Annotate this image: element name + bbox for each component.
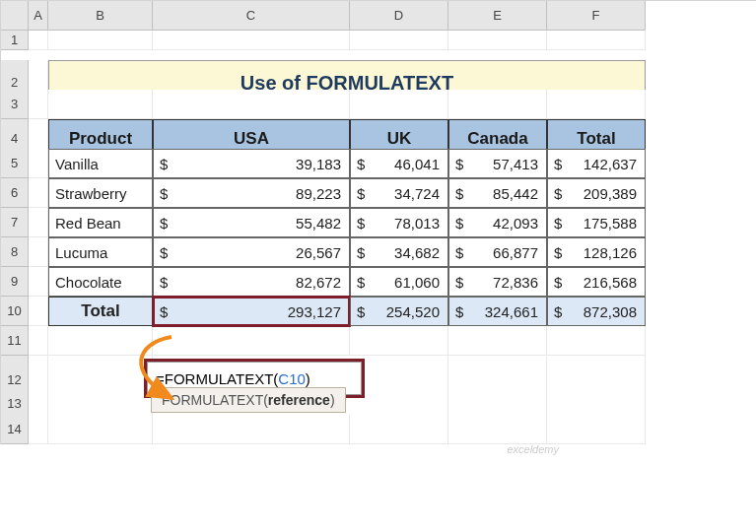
cell-r14-c3[interactable] xyxy=(350,415,448,444)
totals-label: Total xyxy=(48,297,153,326)
cell-usa-5[interactable]: $39,183 xyxy=(153,149,350,178)
cell-canada-7[interactable]: $42,093 xyxy=(448,208,547,237)
cell-A7[interactable] xyxy=(29,208,48,237)
col-header-B[interactable]: B xyxy=(48,1,153,31)
cell-r14-c5[interactable] xyxy=(547,415,646,444)
cell-total-6[interactable]: $209,389 xyxy=(547,178,646,208)
cell-r1-c5[interactable] xyxy=(547,31,646,50)
col-header-A[interactable]: A xyxy=(29,1,48,31)
cell-uk-6[interactable]: $34,724 xyxy=(350,178,448,208)
cell-A8[interactable] xyxy=(29,237,48,267)
cell-total-5[interactable]: $142,637 xyxy=(547,149,646,178)
product-name[interactable]: Lucuma xyxy=(48,237,153,267)
cell-r11-c2[interactable] xyxy=(153,326,350,356)
col-header-C[interactable]: C xyxy=(153,1,350,31)
cell-r3-c0[interactable] xyxy=(29,90,48,119)
cell-usa-8[interactable]: $26,567 xyxy=(153,237,350,267)
total-uk[interactable]: $254,520 xyxy=(350,297,448,326)
row-header-5[interactable]: 5 xyxy=(1,149,29,178)
cell-r11-c5[interactable] xyxy=(547,326,646,356)
row-header-6[interactable]: 6 xyxy=(1,178,29,208)
cell-r1-c3[interactable] xyxy=(350,31,448,50)
total-usa[interactable]: $293,127 xyxy=(153,297,350,326)
tooltip-wrap: FORMULATEXT(reference) xyxy=(153,385,350,423)
cell-canada-6[interactable]: $85,442 xyxy=(448,178,547,208)
cell-r3-c1[interactable] xyxy=(48,90,153,119)
cell-total-9[interactable]: $216,568 xyxy=(547,267,646,297)
cell-canada-9[interactable]: $72,836 xyxy=(448,267,547,297)
row-header-9[interactable]: 9 xyxy=(1,267,29,297)
cell-r3-c4[interactable] xyxy=(448,90,547,119)
row-header-10[interactable]: 10 xyxy=(1,297,29,326)
total-canada[interactable]: $324,661 xyxy=(448,297,547,326)
cell-A6[interactable] xyxy=(29,178,48,208)
cell-r14-c4[interactable] xyxy=(448,415,547,444)
product-name[interactable]: Red Bean xyxy=(48,208,153,237)
cell-r3-c3[interactable] xyxy=(350,90,448,119)
col-header-F[interactable]: F xyxy=(547,1,646,31)
cell-r1-c4[interactable] xyxy=(448,31,547,50)
cell-canada-8[interactable]: $66,877 xyxy=(448,237,547,267)
cell-r11-c4[interactable] xyxy=(448,326,547,356)
cell-r11-c3[interactable] xyxy=(350,326,448,356)
row-header-7[interactable]: 7 xyxy=(1,208,29,237)
cell-canada-5[interactable]: $57,413 xyxy=(448,149,547,178)
select-all[interactable] xyxy=(1,1,29,31)
col-header-D[interactable]: D xyxy=(350,1,448,31)
cell-r14-c0[interactable] xyxy=(29,415,48,444)
cell-total-7[interactable]: $175,588 xyxy=(547,208,646,237)
cell-A9[interactable] xyxy=(29,267,48,297)
product-name[interactable]: Chocolate xyxy=(48,267,153,297)
cell-usa-7[interactable]: $55,482 xyxy=(153,208,350,237)
cell-r11-c0[interactable] xyxy=(29,326,48,356)
cell-uk-9[interactable]: $61,060 xyxy=(350,267,448,297)
row-header-14[interactable]: 14 xyxy=(1,415,29,444)
product-name[interactable]: Vanilla xyxy=(48,149,153,178)
row-header-3[interactable]: 3 xyxy=(1,90,29,119)
row-header-8[interactable]: 8 xyxy=(1,237,29,267)
cell-usa-6[interactable]: $89,223 xyxy=(153,178,350,208)
cell-usa-9[interactable]: $82,672 xyxy=(153,267,350,297)
cell-r14-c1[interactable] xyxy=(48,415,153,444)
watermark: exceldemy xyxy=(507,443,559,455)
product-name[interactable]: Strawberry xyxy=(48,178,153,208)
cell-r1-c2[interactable] xyxy=(153,31,350,50)
cell-A5[interactable] xyxy=(29,149,48,178)
cell-r1-c0[interactable] xyxy=(29,31,48,50)
cell-A10[interactable] xyxy=(29,297,48,326)
total-total[interactable]: $872,308 xyxy=(547,297,646,326)
cell-uk-8[interactable]: $34,682 xyxy=(350,237,448,267)
cell-total-8[interactable]: $128,126 xyxy=(547,237,646,267)
cell-r3-c5[interactable] xyxy=(547,90,646,119)
cell-uk-7[interactable]: $78,013 xyxy=(350,208,448,237)
row-header-11[interactable]: 11 xyxy=(1,326,29,356)
cell-r3-c2[interactable] xyxy=(153,90,350,119)
cell-r1-c1[interactable] xyxy=(48,31,153,50)
row-header-1[interactable]: 1 xyxy=(1,31,29,50)
col-header-E[interactable]: E xyxy=(448,1,547,31)
cell-r11-c1[interactable] xyxy=(48,326,153,356)
cell-uk-5[interactable]: $46,041 xyxy=(350,149,448,178)
formula-tooltip: FORMULATEXT(reference) xyxy=(151,387,346,413)
